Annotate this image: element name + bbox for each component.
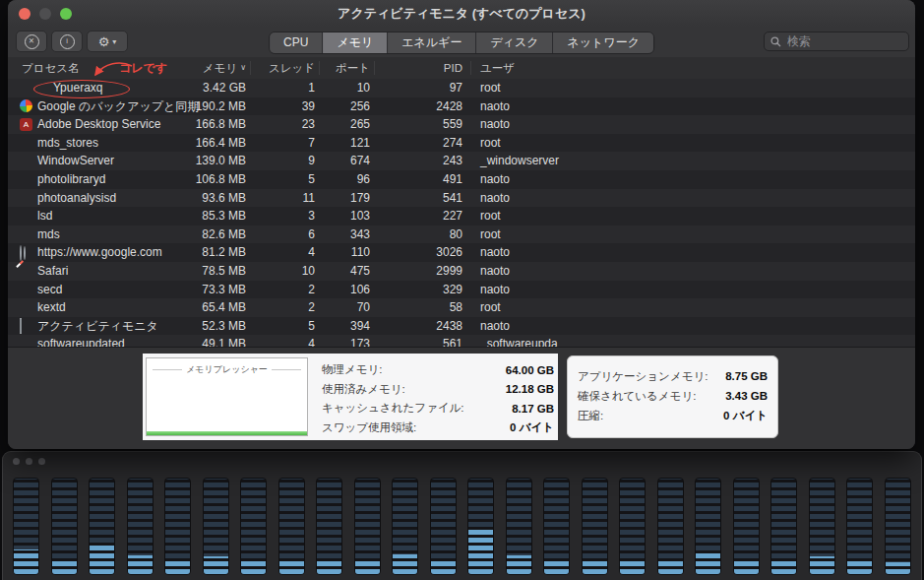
table-row[interactable]: mds_stores166.4 MB7121274root bbox=[8, 134, 915, 153]
stat-row: アプリケーションメモリ:8.75 GB bbox=[578, 366, 768, 386]
table-row[interactable]: WindowServer139.0 MB9674243_windowserver bbox=[8, 152, 915, 170]
table-row[interactable]: Adobe Desktop Service166.8 MB23265559nao… bbox=[8, 115, 915, 134]
table-row[interactable]: Safari78.5 MB104752999naoto bbox=[8, 262, 915, 281]
memory-value: 139.0 MB bbox=[155, 152, 246, 170]
cpu-core-meter bbox=[13, 478, 39, 575]
table-row[interactable]: softwareupdated49.1 MB4173561_softwareup… bbox=[8, 335, 915, 347]
cpu-core-meter bbox=[657, 478, 684, 575]
table-row[interactable]: photoanalysisd93.6 MB11179541naoto bbox=[8, 189, 915, 208]
process-table-body: Ypueraxq3.42 GB11097rootGoogle のバックアップと同… bbox=[8, 79, 915, 347]
cpu-core-meter-fill bbox=[620, 561, 645, 574]
memory-value: 49.1 MB bbox=[155, 335, 246, 347]
ports-value: 110 bbox=[319, 243, 370, 262]
search-input[interactable] bbox=[785, 33, 902, 49]
cpu-core-meter-fill bbox=[128, 555, 153, 574]
memory-summary-footer: メモリプレッシャー 物理メモリ:64.00 GB使用済みメモリ:12.18 GB… bbox=[8, 347, 915, 449]
memory-value: 85.3 MB bbox=[155, 207, 246, 226]
pressure-graph-line bbox=[147, 431, 307, 435]
table-row[interactable]: Google のバックアップと同期190.2 MB392562428naoto bbox=[8, 97, 915, 116]
cpu-core-meter bbox=[127, 478, 154, 575]
pid-value: 243 bbox=[382, 152, 462, 170]
threads-value: 4 bbox=[250, 335, 315, 347]
user-value: root bbox=[480, 79, 697, 97]
process-name: Ypueraxq bbox=[53, 79, 102, 97]
search-icon bbox=[770, 36, 781, 47]
ports-value: 70 bbox=[319, 298, 370, 317]
process-name: photolibraryd bbox=[37, 170, 105, 189]
process-name: secd bbox=[37, 281, 62, 299]
cpu-core-meter bbox=[506, 478, 532, 575]
adobe-icon bbox=[20, 118, 32, 131]
memory-value: 166.8 MB bbox=[155, 115, 246, 134]
column-header-user[interactable]: ユーザ bbox=[480, 57, 697, 79]
tab-ディスク[interactable]: ディスク bbox=[476, 32, 553, 53]
pressure-label: メモリプレッシャー bbox=[186, 363, 268, 376]
cpu-core-meter-fill bbox=[544, 560, 569, 574]
tab-メモリ[interactable]: メモリ bbox=[323, 32, 388, 53]
inspect-process-button[interactable]: i bbox=[51, 31, 83, 52]
cpu-core-meter bbox=[164, 478, 191, 575]
user-value: root bbox=[480, 226, 697, 244]
column-header-memory[interactable]: メモリ ∨ bbox=[155, 57, 246, 79]
titlebar[interactable]: アクティビティモニタ (すべてのプロセス) bbox=[8, 0, 915, 28]
cpu-usage-window[interactable] bbox=[2, 451, 922, 580]
column-header-threads[interactable]: スレッド bbox=[250, 57, 315, 79]
cpu-core-meter bbox=[354, 478, 381, 575]
stat-row: 確保されているメモリ:3.43 GB bbox=[578, 386, 768, 406]
column-header-memory-label: メモリ bbox=[203, 57, 237, 79]
cpu-core-meter bbox=[467, 478, 494, 575]
column-divider bbox=[470, 61, 471, 75]
table-row[interactable]: https://www.google.com81.2 MB41103026nao… bbox=[8, 243, 915, 262]
stat-row: 使用済みメモリ:12.18 GB bbox=[322, 380, 554, 400]
stat-row: 物理メモリ:64.00 GB bbox=[322, 360, 554, 380]
column-header-ports[interactable]: ポート bbox=[319, 57, 370, 79]
process-name: Adobe Desktop Service bbox=[37, 115, 160, 134]
stat-value: 8.75 GB bbox=[725, 370, 768, 382]
search-field[interactable] bbox=[764, 32, 909, 51]
threads-value: 4 bbox=[250, 243, 315, 262]
table-row[interactable]: secd73.3 MB2106329naoto bbox=[8, 281, 915, 299]
table-row[interactable]: lsd85.3 MB3103227root bbox=[8, 207, 915, 226]
cpu-core-meter bbox=[885, 478, 911, 575]
process-name: kextd bbox=[37, 298, 66, 317]
pressure-header: メモリプレッシャー bbox=[147, 363, 307, 376]
divider bbox=[153, 369, 182, 370]
ports-value: 256 bbox=[319, 97, 370, 116]
memory-value: 93.6 MB bbox=[155, 189, 246, 208]
desktop: アクティビティモニタ (すべてのプロセス) ✕ i ⚙ ▾ CPUメモリエネルギ… bbox=[0, 0, 924, 580]
cpu-core-meter bbox=[846, 478, 873, 575]
close-button[interactable] bbox=[13, 458, 20, 465]
table-row[interactable]: アクティビティモニタ52.3 MB53942438naoto bbox=[8, 317, 915, 336]
table-row[interactable]: photolibraryd106.8 MB596491naoto bbox=[8, 170, 915, 189]
pid-value: 97 bbox=[382, 79, 462, 97]
cpu-core-meter bbox=[770, 478, 797, 575]
table-row[interactable]: Ypueraxq3.42 GB11097root bbox=[8, 79, 915, 97]
chevron-down-icon: ▾ bbox=[112, 37, 116, 46]
globe-icon bbox=[20, 245, 22, 261]
pid-value: 2428 bbox=[382, 97, 462, 116]
user-value: _windowserver bbox=[480, 152, 697, 170]
memory-value: 78.5 MB bbox=[155, 262, 246, 281]
tab-CPU[interactable]: CPU bbox=[270, 32, 323, 53]
minimize-button[interactable] bbox=[26, 458, 32, 465]
tab-ネットワーク[interactable]: ネットワーク bbox=[554, 32, 653, 53]
stat-label: アプリケーションメモリ: bbox=[578, 369, 708, 384]
cpu-core-meter-fill bbox=[90, 546, 114, 574]
ports-value: 106 bbox=[319, 281, 370, 299]
tab-エネルギー[interactable]: エネルギー bbox=[388, 32, 476, 53]
cpu-core-meter bbox=[203, 478, 229, 575]
options-menu-button[interactable]: ⚙ ▾ bbox=[87, 31, 128, 52]
ports-value: 343 bbox=[319, 226, 370, 244]
process-name: WindowServer bbox=[37, 152, 114, 170]
column-header-process-name[interactable]: プロセス名 bbox=[22, 57, 80, 79]
zoom-button[interactable] bbox=[38, 458, 45, 465]
cpu-core-meter-fill bbox=[317, 558, 341, 574]
cpu-core-meter bbox=[430, 478, 457, 575]
table-row[interactable]: kextd65.4 MB27058root bbox=[8, 298, 915, 317]
memory-pressure-graph: メモリプレッシャー bbox=[146, 357, 308, 436]
cpu-core-meter bbox=[809, 478, 835, 575]
pid-value: 274 bbox=[382, 134, 462, 153]
table-row[interactable]: mds82.6 MB634380root bbox=[8, 226, 915, 244]
quit-process-button[interactable]: ✕ bbox=[16, 31, 47, 52]
column-header-pid[interactable]: PID bbox=[382, 57, 462, 79]
